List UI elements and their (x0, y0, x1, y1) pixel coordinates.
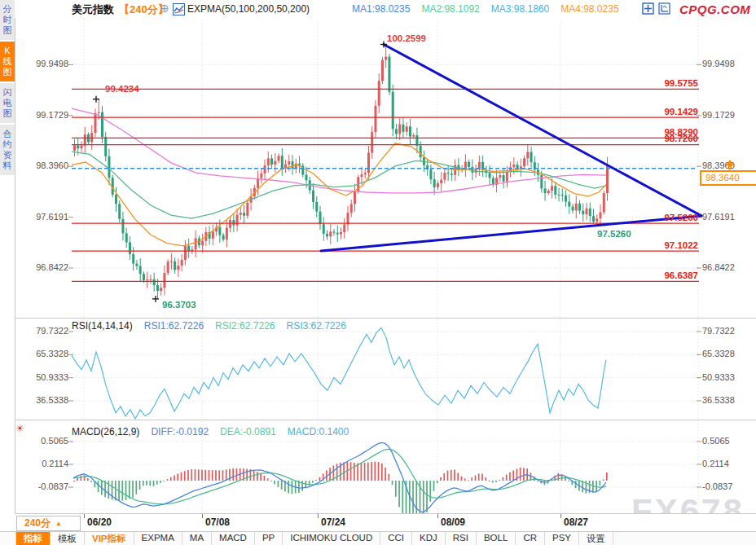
toolbar-item-PSY[interactable]: PSY (545, 532, 579, 545)
price-annotation: 99.4234 (105, 84, 139, 94)
period-dropdown[interactable]: 240分 ▲ (16, 516, 81, 531)
main-axis-label: 99.9498 (702, 59, 735, 68)
indicator-value-label: MACD:0.1400 (288, 426, 349, 437)
chart-header: 美元指数 【240分】 ⊕ EXPMA(50,100,200,50,200) M… (15, 0, 756, 18)
sidebar-tab-合约资料[interactable]: 合 约 资 料 (0, 125, 15, 177)
ma-legend: MA1:98.0235MA2:98.1092MA3:98.1860MA4:98.… (352, 3, 619, 15)
axis-settings-icon[interactable] (658, 2, 671, 15)
price-annotation: 100.2599 (387, 33, 426, 43)
rsi-legend: RSI1:62.7226RSI2:62.7226RSI3:62.7226 (144, 320, 346, 332)
main-axis-label: 99.9498 (15, 59, 68, 68)
macd-title: MACD(26,12,9) (72, 426, 139, 437)
level-price-label: 99.5755 (641, 78, 698, 88)
toolbar-item-VIP指标[interactable]: VIP指标 (85, 532, 134, 545)
rsi-axis-label: 50.9333 (15, 372, 68, 382)
main-axis-label: 96.8422 (702, 262, 735, 272)
sidebar: 分 时 图K 线 图闪 电 图合 约 资 料 (0, 0, 15, 545)
main-axis-label: 98.3960 (15, 160, 68, 170)
date-label: 08/09 (441, 516, 465, 528)
date-tick (318, 514, 319, 518)
macd-panel-icon[interactable]: ☀ (15, 423, 24, 434)
indicator-label: EXPMA(50,100,200,50,200) (187, 3, 310, 15)
price-annotation: 97.5260 (597, 229, 631, 239)
macd-panel-header: MACD(26,12,9) DIFF:-0.0192DEA:-0.0891MAC… (72, 426, 349, 437)
date-label: 06/20 (87, 516, 112, 528)
date-tick (202, 514, 203, 518)
toolbar-item-KDJ[interactable]: KDJ (412, 532, 446, 545)
layout-grid-icon[interactable] (642, 2, 655, 15)
macd-axis-label: 0.2114 (15, 459, 68, 468)
toolbar-item-MA[interactable]: MA (182, 532, 212, 545)
indicator-value-label: RSI3:62.7226 (287, 320, 346, 332)
main-axis-label: 99.1729 (15, 110, 68, 120)
ma-value-label: MA4:98.0235 (560, 3, 618, 15)
sidebar-tab-分时图[interactable]: 分 时 图 (0, 0, 15, 42)
sidebar-tab-闪电图[interactable]: 闪 电 图 (0, 83, 15, 125)
indicator-value-label: RSI2:62.7226 (215, 320, 275, 332)
period-dropdown-label: 240分 (24, 516, 51, 530)
date-tick (437, 514, 438, 518)
price-up-arrow-icon (724, 159, 736, 174)
level-price-label: 96.6387 (641, 270, 698, 280)
main-axis-label: 99.1729 (702, 110, 735, 120)
macd-axis-label: -0.0837 (702, 481, 732, 491)
toolbar-item-模板[interactable]: 模板 (51, 532, 85, 545)
rsi-line (72, 328, 606, 419)
main-axis-label: 97.6191 (15, 212, 68, 222)
panel-separator[interactable] (15, 420, 756, 420)
time-axis: 240分 ▲ 06/2007/0807/2408/0908/27 (15, 513, 756, 532)
rsi-axis-label: 36.5338 (702, 395, 735, 405)
panel-separator[interactable] (15, 318, 756, 319)
rsi-axis-label: 65.3328 (15, 349, 68, 358)
toolbar-item-PP[interactable]: PP (255, 532, 283, 545)
expma-line (72, 143, 606, 246)
level-price-label: 97.5260 (641, 213, 698, 222)
level-price-label: 98.7260 (641, 134, 698, 143)
chart-line-icon[interactable] (173, 3, 185, 15)
ma-value-label: MA3:98.1860 (491, 3, 549, 15)
rsi-axis-label: 36.5338 (15, 395, 68, 405)
price-annotation: 96.3703 (162, 300, 196, 310)
main-axis-label: 97.6191 (702, 212, 735, 222)
rsi-panel-header: RSI(14,14,14) RSI1:62.7226RSI2:62.7226RS… (72, 320, 346, 332)
toolbar-item-指标[interactable]: 指标 (16, 532, 51, 545)
app-window: 分 时 图K 线 图闪 电 图合 约 资 料 美元指数 【240分】 ⊕ EXP… (0, 0, 756, 545)
dropdown-arrow-icon: ▲ (55, 520, 62, 527)
ma-value-label: MA1:98.0235 (352, 3, 410, 15)
add-indicator-icon[interactable]: ⊕ (160, 2, 169, 15)
instrument-title: 美元指数 (72, 2, 114, 17)
indicator-value-label: RSI1:62.7226 (144, 320, 204, 332)
rsi-axis-label: 50.9333 (702, 372, 735, 382)
macd-legend: DIFF:-0.0192DEA:-0.0891MACD:0.1400 (151, 426, 349, 437)
toolbar-item-CCI[interactable]: CCI (380, 532, 412, 545)
rsi-axis-label: 79.7322 (15, 326, 68, 336)
date-label: 07/08 (205, 516, 230, 528)
macd-axis-label: -0.0837 (15, 481, 68, 491)
level-price-label: 97.1022 (641, 240, 698, 250)
indicator-value-label: DIFF:-0.0192 (151, 426, 209, 437)
ma-value-label: MA2:98.1092 (421, 3, 479, 15)
date-label: 07/24 (321, 516, 345, 528)
main-axis-label: 96.8422 (15, 262, 68, 272)
site-logo: CPQG.COM (679, 2, 750, 16)
toolbar-spacer (0, 532, 16, 545)
macd-axis-label: 0.2114 (702, 459, 729, 468)
toolbar-item-设置[interactable]: 设置 (579, 532, 613, 545)
level-price-label: 99.1429 (641, 107, 698, 116)
rsi-axis-label: 65.3328 (702, 349, 735, 358)
toolbar-item-MACD[interactable]: MACD (212, 532, 255, 545)
toolbar-item-ICHIMOKU CLOUD[interactable]: ICHIMOKU CLOUD (283, 532, 380, 545)
toolbar-item-RSI[interactable]: RSI (446, 532, 477, 545)
toolbar-item-CR[interactable]: CR (516, 532, 545, 545)
rsi-axis-label: 79.7322 (702, 326, 735, 336)
date-tick (560, 514, 561, 518)
macd-axis-label: 0.5065 (15, 436, 68, 446)
date-tick (84, 514, 85, 518)
toolbar-item-EXPMA[interactable]: EXPMA (134, 532, 182, 545)
toolbar-item-BOLL[interactable]: BOLL (477, 532, 516, 545)
expma-line (72, 152, 606, 218)
sidebar-tab-K线图[interactable]: K 线 图 (0, 42, 15, 83)
macd-axis-label: 0.5065 (702, 436, 730, 446)
indicator-toolbar: 指标模板VIP指标EXPMAMAMACDPPICHIMOKU CLOUDCCIK… (0, 531, 756, 545)
rsi-title: RSI(14,14,14) (72, 320, 133, 332)
